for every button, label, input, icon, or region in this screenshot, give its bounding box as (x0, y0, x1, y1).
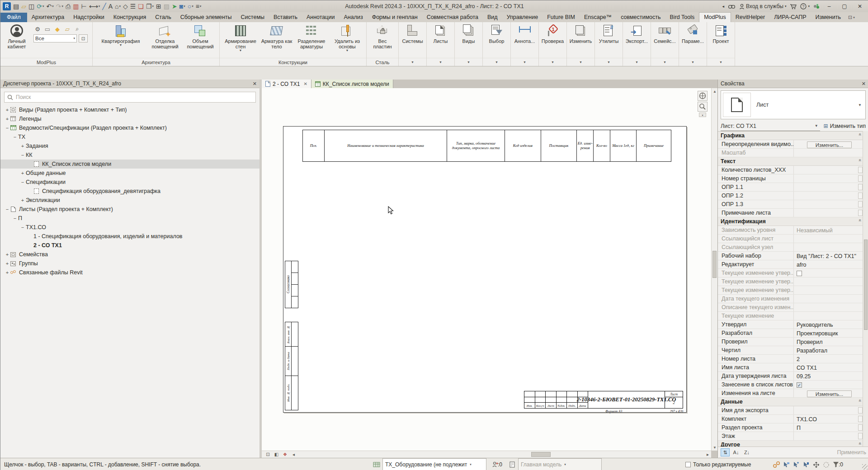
value-checkbox[interactable] (797, 271, 802, 276)
property-value-cell[interactable] (794, 209, 863, 217)
property-value-cell[interactable]: afro (794, 260, 863, 268)
edit-type-button[interactable]: ⊞ Изменить тип (820, 123, 866, 129)
visual-style-icon[interactable]: ❖ (282, 451, 288, 457)
comment-icon[interactable]: ▭ (43, 25, 52, 33)
editable-only-checkbox[interactable] (685, 462, 691, 467)
tree-item[interactable]: −ТХ (0, 132, 259, 141)
transfer-icon[interactable]: ▥ (72, 1, 80, 11)
section-icon[interactable]: ◇ (122, 1, 129, 11)
value-end-button[interactable] (858, 433, 863, 439)
ribbon-tab-12[interactable]: Совместная работа (422, 13, 483, 22)
property-value-cell[interactable] (794, 303, 863, 311)
property-value-cell[interactable]: Проверил (794, 338, 863, 346)
property-value-cell[interactable]: ✓ (794, 381, 863, 389)
close-icon[interactable]: ✕ (862, 81, 866, 87)
property-value-cell[interactable]: П (794, 423, 863, 432)
view-tab-1[interactable]: 2 - СО ТХ1✕ (262, 80, 311, 88)
tree-item[interactable]: −Листы (Раздел проекта + Комплект) (0, 205, 259, 214)
ribbon-tab-13[interactable]: Вид (483, 13, 502, 22)
expand-icon[interactable]: + (4, 116, 10, 122)
ribbon-tab-1[interactable]: Файл (0, 13, 27, 22)
property-value-cell[interactable] (794, 286, 863, 294)
property-value-cell[interactable]: Руководитель (794, 320, 863, 329)
expand-icon[interactable]: + (4, 252, 10, 257)
paint-icon[interactable]: ◙▾ (179, 1, 186, 11)
property-value-cell[interactable] (794, 269, 863, 277)
tree-item[interactable]: Спецификация оборудования_девятиграфка (0, 187, 259, 196)
resize-grip[interactable] (862, 464, 868, 470)
ribbon-tab-10[interactable]: Анализ (339, 13, 367, 22)
ribbon-tab-18[interactable]: Bird Tools (665, 13, 699, 22)
tree-item[interactable]: +Экспликации (0, 196, 259, 205)
panel-expand-arrow[interactable]: ▼ (539, 58, 566, 66)
panel-expand-arrow[interactable]: ▼ (679, 58, 707, 66)
restore-button[interactable]: ▢ (839, 3, 850, 9)
hatch-icon[interactable]: ▨ (163, 1, 170, 11)
panel-expand-arrow[interactable]: ▼ (483, 58, 510, 66)
drawing-view[interactable]: Поз.Наименование и техническая характери… (262, 88, 711, 451)
value-end-button[interactable] (858, 201, 863, 207)
property-value-cell[interactable] (794, 295, 863, 303)
property-value[interactable]: 2 (797, 356, 800, 362)
ribbon-button[interactable]: ➜Экспорт... (624, 23, 649, 44)
vertical-scrollbar[interactable]: ▲ ▼ (711, 88, 717, 451)
ribbon-tab-17[interactable]: совместимость (616, 13, 665, 22)
tree-item[interactable]: −КК (0, 150, 259, 160)
doc-search-icon[interactable]: ⌕ (73, 25, 81, 33)
property-value[interactable]: Независимый (797, 227, 833, 234)
worksets-icon[interactable]: ☰ (129, 1, 137, 11)
ribbon-button[interactable]: Параме... (680, 23, 705, 44)
drag-on-selection-icon[interactable] (811, 458, 821, 470)
expand-icon[interactable]: + (4, 261, 10, 266)
expand-icon[interactable]: + (19, 143, 26, 149)
select-links-icon[interactable] (782, 458, 791, 470)
collapse-arrow-icon[interactable]: ◂ (722, 4, 724, 9)
worksets-icon[interactable] (372, 458, 381, 470)
store-cart-icon[interactable] (790, 4, 797, 9)
property-value-cell[interactable] (794, 192, 863, 200)
expand-icon[interactable]: + (19, 197, 26, 203)
property-value[interactable]: СО ТХ1 (797, 365, 817, 371)
ribbon-tab-7[interactable]: Системы (236, 13, 269, 22)
collapse-icon[interactable]: − (4, 125, 10, 131)
value-end-button[interactable] (858, 193, 863, 199)
specification-header-table[interactable]: Поз.Наименование и техническая характери… (302, 130, 671, 162)
ribbon-button[interactable]: #Утилиты (596, 23, 621, 44)
close-icon[interactable]: ✕ (303, 81, 307, 86)
property-value-cell[interactable]: Разработал (794, 346, 863, 354)
detail-level-icon[interactable]: ◧ (273, 451, 280, 457)
property-value-cell[interactable] (794, 174, 863, 183)
collapse-icon[interactable]: − (19, 152, 26, 158)
chevron-down-icon[interactable]: ▼ (858, 103, 863, 107)
editable-only-control[interactable]: Только редактируемые (685, 458, 751, 470)
schedule-icon[interactable]: ⊞ (155, 1, 162, 11)
panel-label[interactable]: ModPlus (0, 58, 92, 66)
sync-icon[interactable]: ⟳▾ (36, 1, 45, 11)
ribbon-tab-22[interactable]: Изменить (811, 13, 845, 22)
search-binoculars-icon[interactable] (728, 4, 736, 9)
ribbon-tab-16[interactable]: Enscape™ (580, 13, 616, 22)
sort-default-icon[interactable]: ⇅ (721, 448, 730, 456)
ribbon-button[interactable]: Листы (428, 23, 453, 44)
property-section-header[interactable]: Другое« (718, 441, 863, 446)
panel-expand-arrow[interactable]: ▼ (651, 58, 679, 66)
ribbon-button[interactable]: Изменить (568, 23, 593, 44)
ribbon-tab-11[interactable]: Формы и генплан (368, 13, 422, 22)
ribbon-tab-14[interactable]: Управление (502, 13, 543, 22)
instance-type-combo[interactable]: Лист: СО ТХ1 ▼ (721, 121, 820, 131)
property-value-cell[interactable]: СО ТХ1 (794, 363, 863, 371)
minimize-button[interactable]: – (823, 3, 835, 9)
property-value-cell[interactable]: Независимый (794, 226, 863, 234)
panel-expand-arrow[interactable]: ▼ (623, 58, 651, 66)
select-pinned-icon[interactable] (802, 458, 811, 470)
select-icon[interactable]: ➤ (171, 1, 178, 11)
collapse-icon[interactable]: − (19, 179, 26, 185)
tree-item[interactable]: −П (0, 214, 259, 223)
panel-expand-arrow[interactable]: ▼ (511, 58, 538, 66)
horizontal-scrollbar[interactable] (300, 451, 704, 458)
edit-value-button[interactable]: Изменить... (807, 141, 852, 148)
collapse-icon[interactable]: − (12, 134, 18, 140)
switch-windows-icon[interactable]: ❐▾ (145, 1, 155, 11)
value-end-button[interactable] (858, 424, 863, 431)
project-browser-header[interactable]: Диспетчер проекта - 10XXX_П_ТХ_К_R24_afr… (0, 80, 259, 88)
